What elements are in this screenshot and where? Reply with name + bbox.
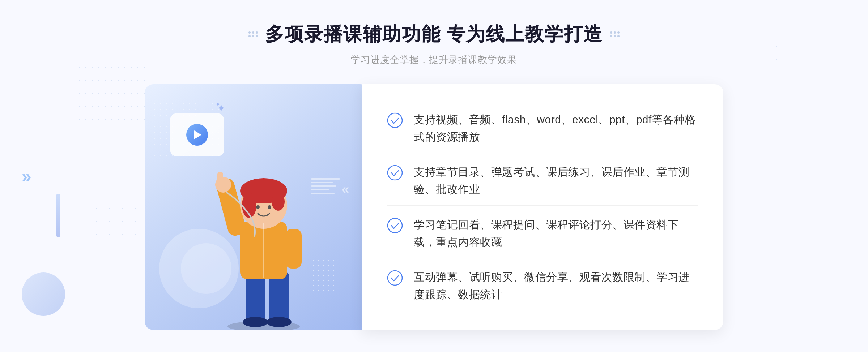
page-subtitle: 学习进度全掌握，提升录播课教学效果 [248,53,620,66]
dot-pattern-left2 [87,199,141,242]
title-dot [248,35,251,37]
right-panel: 支持视频、音频、flash、word、excel、ppt、pdf等各种格式的资源… [362,84,723,330]
decoration-circle-bottom [22,272,65,316]
svg-point-20 [388,218,402,233]
check-icon-2 [387,165,403,181]
person-illustration [195,142,332,330]
svg-point-3 [243,317,268,327]
feature-item-4: 互动弹幕、试听购买、微信分享、观看次数限制、学习进度跟踪、数据统计 [387,261,698,310]
svg-rect-2 [269,272,289,323]
sparkle-small: ✦ [215,100,221,108]
svg-point-16 [268,205,271,209]
svg-point-18 [388,113,402,128]
feature-text-1: 支持视频、音频、flash、word、excel、ppt、pdf等各种格式的资源… [414,111,698,146]
svg-point-4 [266,317,292,327]
feature-item-3: 学习笔记回看、课程提问、课程评论打分、课件资料下载，重点内容收藏 [387,209,698,258]
svg-point-15 [256,205,260,209]
feature-text-2: 支持章节目录、弹题考试、课后练习、课后作业、章节测验、批改作业 [414,163,698,198]
title-dot [252,31,254,34]
main-title: 多项录播课辅助功能 专为线上教学打造 [265,22,603,47]
chevron-left-decoration: » [22,166,31,186]
title-dots-right [610,31,620,37]
title-dot [617,31,620,34]
check-icon-4 [387,270,403,286]
title-dot [617,35,620,37]
check-icon-3 [387,218,403,233]
title-dot [614,35,616,37]
dot-pattern-left [76,58,148,130]
title-dot [256,35,258,37]
svg-point-14 [272,193,285,211]
feature-item-1: 支持视频、音频、flash、word、excel、ppt、pdf等各种格式的资源… [387,104,698,153]
title-row: 多项录播课辅助功能 专为线上教学打造 [248,22,620,47]
chevron-decoration-card: « [342,182,349,197]
decoration-bar-left [56,194,60,237]
page-container: » 多项录播课辅助功能 专为线上教学打造 [0,0,868,352]
svg-point-19 [388,166,402,180]
svg-rect-1 [246,272,265,323]
check-icon-1 [387,112,403,128]
title-dot [614,31,616,34]
title-dot [610,35,612,37]
svg-rect-9 [217,172,223,188]
feature-item-2: 支持章节目录、弹题考试、课后练习、课后作业、章节测验、批改作业 [387,156,698,206]
feature-text-3: 学习笔记回看、课程提问、课程评论打分、课件资料下载，重点内容收藏 [414,216,698,251]
svg-point-21 [388,271,402,285]
svg-rect-7 [285,229,302,269]
content-area: ✦ ✦ « [145,84,723,330]
title-dots-left [248,31,258,37]
dot-pattern-right [767,43,788,65]
title-dot [256,31,258,34]
illustration-card: ✦ ✦ « [145,84,369,330]
title-dot [248,31,251,34]
header-section: 多项录播课辅助功能 专为线上教学打造 学习进度全掌握，提升录播课教学效果 [248,22,620,66]
feature-text-4: 互动弹幕、试听购买、微信分享、观看次数限制、学习进度跟踪、数据统计 [414,269,698,303]
play-triangle-icon [194,130,201,139]
title-dot [610,31,612,34]
title-dot [252,35,254,37]
